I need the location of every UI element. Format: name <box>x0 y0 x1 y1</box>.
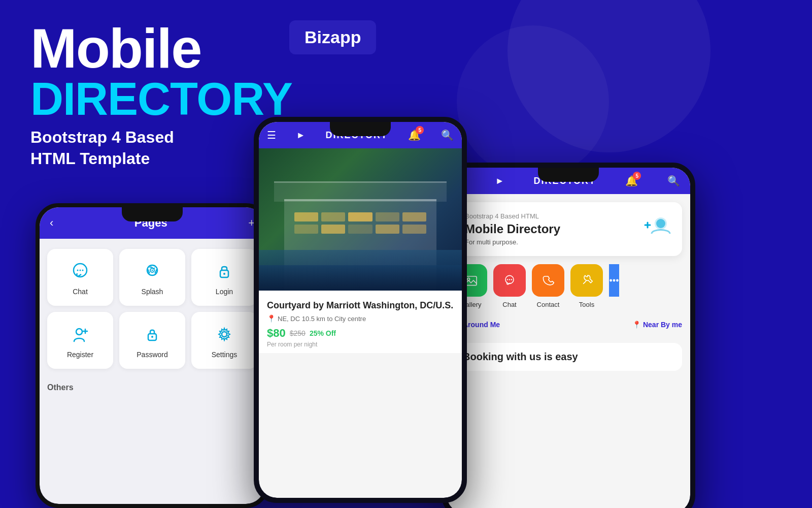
notification-badge-2: 5 <box>416 126 424 134</box>
phone3-footer: ⌄ Around Me 📍 Near By me <box>447 312 690 337</box>
hotel-price: $80 $250 25% Off <box>267 327 454 340</box>
svg-point-3 <box>82 270 84 271</box>
chat-icon <box>68 259 92 283</box>
bizapp-text: Bizapp <box>304 27 361 47</box>
phone1: ‹ Pages + <box>36 203 269 508</box>
action-label-chat: Chat <box>502 301 516 308</box>
svg-point-2 <box>80 270 81 271</box>
grid-item-login[interactable]: Login <box>191 249 257 306</box>
tools-icon <box>570 264 603 297</box>
card-top: Bootstrap 4 Based HTML Mobile Directory … <box>465 212 672 246</box>
svg-point-24 <box>511 279 512 280</box>
svg-point-22 <box>507 279 508 280</box>
price-original: $250 <box>290 329 306 337</box>
notification-badge-3: 5 <box>633 172 641 180</box>
hotel-location: 📍 NE, DC 10.5 km to City centre <box>267 314 454 323</box>
svg-point-6 <box>152 270 153 271</box>
action-item-tools[interactable]: Tools <box>570 264 603 308</box>
login-icon <box>212 259 236 283</box>
add-user-icon <box>641 212 672 243</box>
phone3-card: Bootstrap 4 Based HTML Mobile Directory … <box>455 202 682 256</box>
chat-icon-3 <box>493 264 526 297</box>
card-desc: For multi purpose. <box>465 238 560 246</box>
hotel-name: Courtyard by Marriott Washington, DC/U.S… <box>267 300 454 311</box>
action-label-contact: Contact <box>537 301 560 308</box>
phone1-inner: ‹ Pages + <box>40 207 265 504</box>
more-icon <box>609 264 619 297</box>
svg-point-8 <box>223 273 225 275</box>
grid-label-password: Password <box>137 351 167 359</box>
card-text: Bootstrap 4 Based HTML Mobile Directory … <box>465 212 560 246</box>
grid-item-chat[interactable]: Chat <box>47 249 113 306</box>
svg-point-16 <box>656 219 665 228</box>
svg-point-28 <box>616 279 619 282</box>
svg-line-25 <box>584 281 586 284</box>
phone3-inner: ☰ ► DIRECTORY 🔔 5 🔍 Bootstrap 4 Based HT… <box>447 168 690 508</box>
settings-icon <box>212 322 236 346</box>
booking-title: Booking with us is easy <box>463 351 674 363</box>
phone3-actions: Gallery Chat <box>447 256 690 308</box>
bell-badge-3[interactable]: 🔔 5 <box>625 175 638 187</box>
grid-item-password[interactable]: Password <box>119 312 185 369</box>
action-label-tools: Tools <box>579 301 594 308</box>
phone2-notch <box>330 122 391 136</box>
register-icon <box>68 322 92 346</box>
card-title: Mobile Directory <box>465 222 560 236</box>
svg-rect-19 <box>465 276 477 285</box>
svg-point-27 <box>613 279 616 282</box>
grid-item-splash[interactable]: Splash <box>119 249 185 306</box>
grid-item-settings[interactable]: Settings <box>191 312 257 369</box>
action-item-more[interactable] <box>609 264 619 308</box>
building-roof <box>274 181 447 202</box>
search-icon-2[interactable]: 🔍 <box>441 129 454 141</box>
grid-label-settings: Settings <box>212 351 238 359</box>
send-icon-2[interactable]: ► <box>296 130 306 141</box>
grid-label-chat: Chat <box>73 288 88 296</box>
phone2-inner: ☰ ► DIRECTORY 🔔 5 🔍 <box>259 122 462 498</box>
splash-icon <box>140 259 164 283</box>
grid-item-register[interactable]: Register <box>47 312 113 369</box>
svg-point-14 <box>222 332 227 337</box>
phone1-grid: Chat Splash <box>40 239 265 379</box>
price-main: $80 <box>267 327 286 340</box>
hotel-image <box>259 148 462 291</box>
bizapp-badge: Bizapp <box>289 20 376 54</box>
svg-point-13 <box>151 336 153 338</box>
send-icon-3[interactable]: ► <box>495 176 504 186</box>
location-pin-icon: 📍 <box>267 314 276 323</box>
phones-area: ‹ Pages + <box>20 117 812 508</box>
hotel-location-text: NE, DC 10.5 km to City centre <box>278 315 366 323</box>
bell-badge-2[interactable]: 🔔 5 <box>408 129 421 141</box>
card-subtitle: Bootstrap 4 Based HTML <box>465 212 560 220</box>
phone3: ☰ ► DIRECTORY 🔔 5 🔍 Bootstrap 4 Based HT… <box>442 163 695 508</box>
title-mobile: Mobile <box>30 20 292 76</box>
grid-label-register: Register <box>67 351 93 359</box>
hotel-info: Courtyard by Marriott Washington, DC/U.S… <box>259 291 462 353</box>
action-item-contact[interactable]: Contact <box>532 264 564 308</box>
svg-point-1 <box>77 270 79 271</box>
phone3-notch <box>538 168 599 182</box>
svg-point-23 <box>509 279 510 280</box>
back-button[interactable]: ‹ <box>50 216 53 230</box>
others-label: Others <box>40 379 265 396</box>
action-item-chat[interactable]: Chat <box>493 264 526 308</box>
password-icon <box>140 322 164 346</box>
title-directory: DIRECTORY <box>30 76 292 122</box>
svg-point-26 <box>610 279 612 282</box>
price-per: Per room per night <box>267 341 454 348</box>
grid-label-login: Login <box>216 288 233 296</box>
contact-icon <box>532 264 564 297</box>
search-icon-3[interactable]: 🔍 <box>667 175 680 187</box>
price-off: 25% Off <box>310 329 336 337</box>
grid-label-splash: Splash <box>142 288 163 296</box>
svg-point-9 <box>76 329 82 335</box>
phone3-booking: Booking with us is easy <box>455 343 682 371</box>
hamburger-icon-2[interactable]: ☰ <box>267 129 276 141</box>
phone2: ☰ ► DIRECTORY 🔔 5 🔍 <box>254 117 467 503</box>
near-by-me-link[interactable]: 📍 Near By me <box>632 321 682 329</box>
phone1-notch <box>122 207 183 221</box>
